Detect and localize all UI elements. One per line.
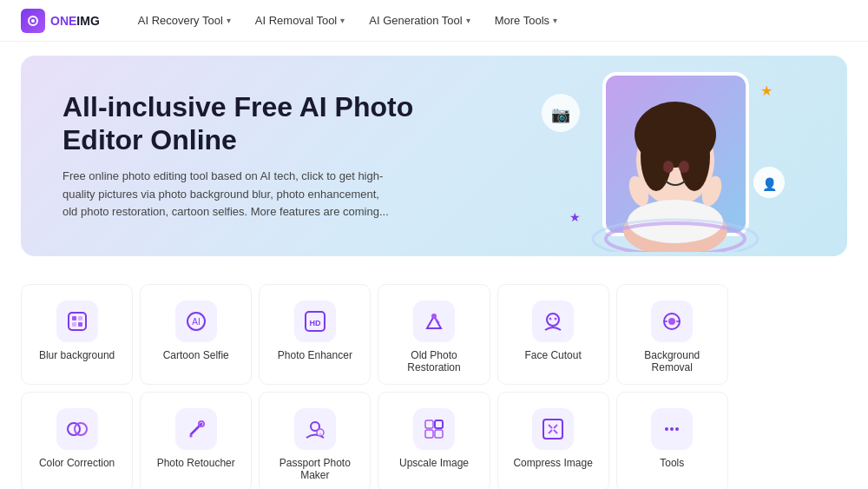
svg-text:★: ★ xyxy=(569,210,581,224)
svg-rect-26 xyxy=(78,322,82,327)
hero-illustration: 📷 ★ ★ ★ xyxy=(517,61,795,252)
tool-label: Photo Retoucher xyxy=(157,457,235,469)
svg-text:📷: 📷 xyxy=(551,105,571,124)
svg-point-12 xyxy=(679,122,710,191)
svg-text:+: + xyxy=(319,431,322,436)
svg-rect-25 xyxy=(72,322,76,327)
tools-row-1: Blur background AI Cartoon Selfie HD Pho… xyxy=(21,284,847,385)
svg-point-15 xyxy=(679,161,689,173)
tools-more-icon xyxy=(651,408,693,450)
tool-compress-image[interactable]: Compress Image xyxy=(497,392,609,489)
svg-text:HD: HD xyxy=(309,319,320,327)
svg-point-33 xyxy=(547,314,559,326)
tool-label: Compress Image xyxy=(513,457,592,469)
tool-label: Passport Photo Maker xyxy=(266,457,363,481)
tool-blur-background[interactable]: Blur background xyxy=(21,284,133,385)
svg-point-56 xyxy=(670,427,674,431)
nav-items: AI Recovery Tool ▾ AI Removal Tool ▾ AI … xyxy=(128,9,568,32)
face-cutout-icon xyxy=(532,301,574,342)
svg-line-52 xyxy=(554,425,557,428)
tool-label: Photo Enhancer xyxy=(278,349,352,361)
tools-row-2: Color Correction Photo Retoucher + Passp… xyxy=(21,392,847,489)
tool-photo-retoucher[interactable]: Photo Retoucher xyxy=(140,392,252,489)
logo[interactable]: ONEIMG xyxy=(21,9,100,33)
svg-text:AI: AI xyxy=(192,317,200,327)
nav-item-ai-generation[interactable]: AI Generation Tool ▾ xyxy=(358,9,480,32)
svg-point-35 xyxy=(555,318,557,320)
svg-rect-49 xyxy=(435,430,443,438)
old-photo-icon xyxy=(413,301,455,342)
svg-point-14 xyxy=(663,161,674,173)
tool-label: Face Cutout xyxy=(524,349,581,361)
hero-content: All-inclusive Free AI Photo Editor Onlin… xyxy=(62,90,496,221)
svg-point-1 xyxy=(31,19,35,23)
tool-label: Old Photo Restoration xyxy=(385,349,482,373)
tool-label: Upscale Image xyxy=(399,457,469,469)
svg-point-34 xyxy=(549,318,552,320)
tool-label: Color Correction xyxy=(39,457,115,469)
tool-upscale-image[interactable]: Upscale Image xyxy=(378,392,490,489)
photo-retoucher-icon xyxy=(175,408,217,450)
nav-item-ai-recovery[interactable]: AI Recovery Tool ▾ xyxy=(128,9,241,32)
background-removal-icon xyxy=(651,301,693,342)
svg-text:★: ★ xyxy=(760,83,773,98)
svg-text:👤: 👤 xyxy=(762,177,778,192)
svg-rect-48 xyxy=(425,430,433,438)
navigation: ONEIMG AI Recovery Tool ▾ AI Removal Too… xyxy=(0,0,868,42)
svg-point-57 xyxy=(675,427,679,431)
chevron-down-icon: ▾ xyxy=(340,16,345,25)
hero-title: All-inclusive Free AI Photo Editor Onlin… xyxy=(62,90,496,157)
nav-label: More Tools xyxy=(495,14,549,27)
blur-background-icon xyxy=(56,301,98,342)
tool-label: Tools xyxy=(660,457,684,469)
compress-image-icon xyxy=(532,408,574,450)
logo-text: ONEIMG xyxy=(50,14,100,28)
svg-rect-46 xyxy=(425,420,433,428)
svg-rect-22 xyxy=(69,313,86,330)
svg-point-55 xyxy=(665,427,668,431)
tool-cartoon-selfie[interactable]: AI Cartoon Selfie xyxy=(140,284,252,385)
svg-point-37 xyxy=(668,318,675,325)
tool-label: Cartoon Selfie xyxy=(163,349,229,361)
chevron-down-icon: ▾ xyxy=(466,16,470,25)
hero-section: All-inclusive Free AI Photo Editor Onlin… xyxy=(21,56,847,256)
photo-enhancer-icon: HD xyxy=(294,301,336,342)
nav-item-ai-removal[interactable]: AI Removal Tool ▾ xyxy=(245,9,355,32)
svg-rect-47 xyxy=(435,420,443,428)
svg-line-54 xyxy=(554,430,557,433)
tool-label: Blur background xyxy=(39,349,115,361)
tool-old-photo[interactable]: Old Photo Restoration xyxy=(378,284,490,385)
tool-photo-enhancer[interactable]: HD Photo Enhancer xyxy=(259,284,371,385)
tool-tools[interactable]: Tools xyxy=(616,392,728,489)
tool-face-cutout[interactable]: Face Cutout xyxy=(497,284,609,385)
tools-section: Blur background AI Cartoon Selfie HD Pho… xyxy=(0,270,868,489)
tool-label: Background Removal xyxy=(624,349,720,373)
nav-label: AI Removal Tool xyxy=(255,14,337,27)
upscale-image-icon xyxy=(413,408,455,450)
tool-color-correction[interactable]: Color Correction xyxy=(21,392,133,489)
nav-item-more-tools[interactable]: More Tools ▾ xyxy=(484,9,568,32)
logo-icon xyxy=(21,9,45,33)
hero-description: Free online photo editing tool based on … xyxy=(62,168,392,221)
cartoon-selfie-icon: AI xyxy=(175,301,217,342)
chevron-down-icon: ▾ xyxy=(227,16,231,25)
hero-image: 📷 ★ ★ ★ xyxy=(517,56,795,256)
svg-rect-24 xyxy=(78,316,82,320)
chevron-down-icon: ▾ xyxy=(553,16,557,25)
nav-label: AI Recovery Tool xyxy=(138,14,223,27)
svg-line-51 xyxy=(549,425,552,428)
svg-rect-50 xyxy=(543,420,562,439)
tool-passport-photo[interactable]: + Passport Photo Maker xyxy=(259,392,371,489)
svg-point-11 xyxy=(641,122,672,191)
tool-background-removal[interactable]: Background Removal xyxy=(616,284,728,385)
passport-photo-icon: + xyxy=(294,408,336,450)
nav-label: AI Generation Tool xyxy=(369,14,462,27)
svg-line-53 xyxy=(549,430,552,433)
color-correction-icon xyxy=(56,408,98,450)
svg-rect-23 xyxy=(72,316,76,320)
